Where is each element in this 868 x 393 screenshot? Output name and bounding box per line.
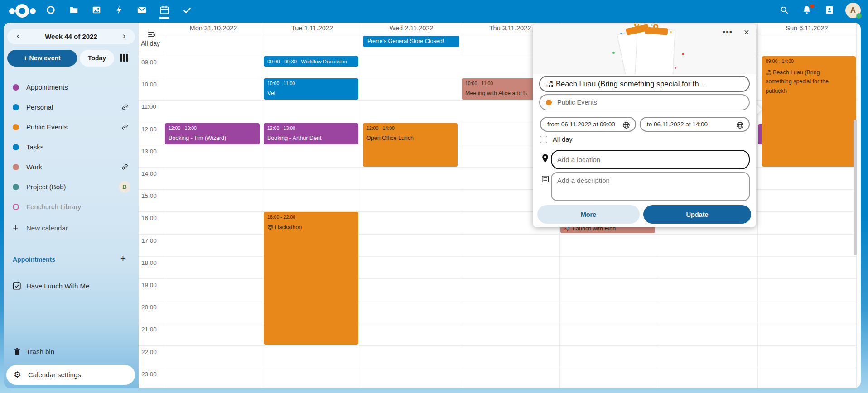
calendar-name: Project (Bob) bbox=[26, 183, 66, 191]
active-app-underline bbox=[159, 17, 169, 19]
trash-bin-button[interactable]: Trash bin bbox=[6, 342, 131, 362]
event-title-input[interactable] bbox=[539, 76, 750, 92]
calendar-color-dot[interactable] bbox=[13, 124, 19, 130]
event-title: Vet bbox=[267, 90, 356, 96]
online-status-dot bbox=[856, 13, 862, 19]
event-time: 12:00 - 13:00 bbox=[169, 125, 257, 131]
more-options-kebab-icon[interactable]: ••• bbox=[720, 25, 735, 39]
end-datetime-field[interactable]: to 06.11.2022 at 14:00 bbox=[640, 117, 750, 132]
event-text: 09:00 - 09:30 - Workflow Discussion bbox=[267, 59, 356, 64]
timezone-globe-icon[interactable] bbox=[736, 121, 744, 129]
allday-row-label: All day bbox=[141, 40, 160, 47]
calendar-name: Tasks bbox=[26, 143, 43, 151]
location-input[interactable] bbox=[551, 150, 750, 169]
chevron-right-icon[interactable]: › bbox=[120, 31, 129, 41]
event--workflow-discussion[interactable]: 09:00 - 09:30 - Workflow Discussion bbox=[264, 56, 358, 67]
app-icon-photos[interactable] bbox=[92, 5, 101, 15]
description-textarea[interactable] bbox=[551, 172, 750, 201]
app-icon-files[interactable] bbox=[69, 5, 79, 15]
checkbox-box[interactable] bbox=[540, 136, 547, 143]
logo-circle-left bbox=[9, 8, 15, 14]
today-button[interactable]: Today bbox=[80, 50, 114, 67]
calendar-name: Personal bbox=[26, 103, 53, 111]
timezone-globe-icon[interactable] bbox=[622, 121, 631, 129]
app-icon-tasks[interactable] bbox=[182, 5, 192, 15]
add-appointment-config-button[interactable]: + bbox=[120, 253, 126, 264]
calendar-color-dot[interactable] bbox=[13, 164, 19, 170]
share-link-icon[interactable] bbox=[121, 123, 129, 131]
calendar-name: Public Events bbox=[26, 123, 68, 131]
calendar-settings-button[interactable]: ⚙ Calendar settings bbox=[6, 365, 135, 385]
event-time: 12:00 - 13:00 bbox=[267, 125, 356, 131]
calendar-color-dot[interactable] bbox=[13, 84, 19, 91]
confetti-dot bbox=[682, 53, 684, 55]
time-label: 21:00 bbox=[141, 326, 161, 333]
sidebar-calendar-tasks[interactable]: Tasks bbox=[6, 137, 131, 157]
confetti-dot bbox=[612, 52, 615, 54]
allday-event[interactable]: Pierre's General Store Closed! bbox=[363, 36, 459, 47]
sidebar-calendar-public-events[interactable]: Public Events bbox=[6, 117, 131, 137]
grid-hline bbox=[139, 368, 856, 368]
nextcloud-logo[interactable] bbox=[9, 4, 36, 17]
confetti-plus: + bbox=[651, 24, 653, 28]
day-header[interactable]: Wed 2.11.2022 bbox=[362, 24, 461, 32]
trash-icon bbox=[13, 346, 22, 356]
event-open-office-lunch[interactable]: 12:00 - 14:00Open Office Lunch bbox=[363, 123, 458, 167]
grid-hline bbox=[139, 345, 856, 346]
event--beach-luau-bring-something-sp[interactable]: 09:00 - 14:00🏖 Beach Luau (Bring somethi… bbox=[762, 56, 856, 167]
avatar-initial: A bbox=[850, 6, 856, 14]
app-icon-mail[interactable] bbox=[137, 5, 147, 15]
time-label: 22:00 bbox=[141, 349, 161, 355]
calendar-color-dot[interactable] bbox=[13, 204, 19, 210]
sidebar-calendar-fenchurch-library[interactable]: Fenchurch Library bbox=[6, 197, 131, 217]
app-icon-calendar[interactable] bbox=[159, 5, 169, 15]
search-icon[interactable] bbox=[779, 5, 789, 15]
collapse-timeline-icon[interactable] bbox=[148, 32, 156, 38]
start-datetime-value: from 06.11.2022 at 09:00 bbox=[547, 121, 615, 128]
appointment-item-have-lunch[interactable]: Have Lunch With Me bbox=[6, 276, 131, 296]
clipboard-front bbox=[635, 28, 675, 74]
day-header[interactable]: Mon 31.10.2022 bbox=[164, 24, 263, 32]
start-datetime-field[interactable]: from 06.11.2022 at 09:00 bbox=[540, 117, 636, 132]
share-link-icon[interactable] bbox=[121, 103, 129, 111]
event-booking-tim-wizard-[interactable]: 12:00 - 13:00Booking - Tim (Wizard) bbox=[165, 123, 260, 144]
sidebar-calendar-project-bob-[interactable]: Project (Bob)B bbox=[6, 177, 131, 197]
grid-hline bbox=[139, 256, 856, 257]
update-button[interactable]: Update bbox=[643, 205, 751, 224]
vertical-scrollbar[interactable] bbox=[854, 120, 857, 255]
new-event-button[interactable]: + New event bbox=[7, 50, 77, 67]
event-title: 🏖 Beach Luau (Bring something special fo… bbox=[766, 68, 847, 96]
day-header[interactable]: Sun 6.11.2022 bbox=[757, 24, 856, 32]
new-calendar-button[interactable]: + New calendar bbox=[6, 219, 131, 239]
week-view-switcher-icon[interactable] bbox=[120, 54, 131, 62]
time-label: 13:00 bbox=[141, 148, 161, 155]
app-icon-activity[interactable] bbox=[114, 5, 124, 15]
week-navigation[interactable]: ‹ Week 44 of 2022 › bbox=[7, 29, 135, 44]
close-icon[interactable]: × bbox=[739, 25, 754, 39]
calendar-check-icon bbox=[12, 281, 22, 291]
calendar-picker-select[interactable]: Public Events bbox=[539, 94, 750, 110]
confetti-dot bbox=[675, 67, 676, 69]
calendar-name: Appointments bbox=[26, 83, 68, 91]
event-booking-arthur-dent[interactable]: 12:00 - 13:00Booking - Arthur Dent bbox=[264, 123, 358, 144]
event-title: Booking - Arthur Dent bbox=[267, 135, 356, 141]
app-icon-dashboard[interactable] bbox=[46, 5, 56, 15]
sidebar-calendar-appointments[interactable]: Appointments bbox=[6, 77, 131, 97]
calendar-color-dot[interactable] bbox=[13, 144, 19, 150]
time-label: 15:00 bbox=[141, 192, 161, 199]
day-header[interactable]: Tue 1.11.2022 bbox=[263, 24, 362, 32]
calendar-color-dot[interactable] bbox=[13, 104, 19, 110]
contacts-icon[interactable] bbox=[825, 5, 834, 15]
event-title: Booking - Tim (Wizard) bbox=[169, 135, 257, 141]
event--hackathon[interactable]: 16:00 - 22:00😎 Hackathon bbox=[264, 212, 358, 345]
calendar-color-dot[interactable] bbox=[13, 184, 19, 190]
sidebar-calendar-personal[interactable]: Personal bbox=[6, 97, 131, 117]
sidebar-calendar-work[interactable]: Work bbox=[6, 157, 131, 177]
more-button[interactable]: More bbox=[537, 205, 640, 224]
time-label: 17:00 bbox=[141, 237, 161, 244]
time-label: 19:00 bbox=[141, 282, 161, 288]
event-vet[interactable]: 10:00 - 11:00Vet bbox=[264, 78, 358, 100]
time-label: 18:00 bbox=[141, 259, 161, 266]
share-link-icon[interactable] bbox=[121, 163, 129, 171]
calendar-name: Fenchurch Library bbox=[26, 203, 81, 211]
